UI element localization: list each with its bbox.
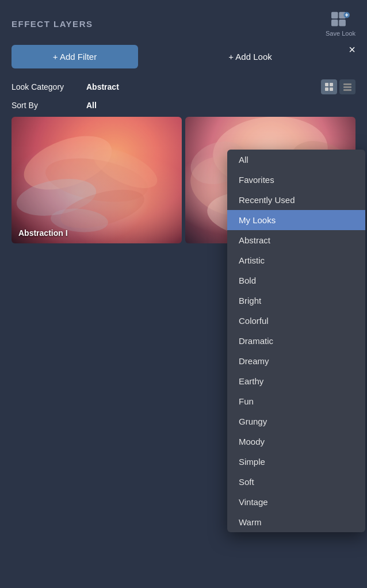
save-look-label: Save Look xyxy=(326,30,355,37)
sort-by-label: Sort By xyxy=(12,101,86,110)
svg-rect-12 xyxy=(343,86,351,88)
toolbar: + Add Filter + Add Look × xyxy=(0,45,367,78)
dropdown-item-bright[interactable]: Bright xyxy=(227,291,365,311)
dropdown-item-simple[interactable]: Simple xyxy=(227,452,365,472)
controls-row2: Sort By All xyxy=(0,98,367,117)
dropdown-item-soft[interactable]: Soft xyxy=(227,472,365,492)
dropdown-item-earthy[interactable]: Earthy xyxy=(227,371,365,391)
save-look-icon xyxy=(330,10,351,29)
look-category-label: Look Category xyxy=(12,82,86,91)
svg-rect-9 xyxy=(325,87,328,91)
svg-rect-10 xyxy=(330,87,333,91)
svg-rect-8 xyxy=(330,83,333,86)
dropdown-item-my-looks[interactable]: My Looks xyxy=(227,210,365,230)
dropdown-item-recently-used[interactable]: Recently Used xyxy=(227,190,365,210)
dropdown-item-grungy[interactable]: Grungy xyxy=(227,411,365,432)
dropdown-item-colorful[interactable]: Colorful xyxy=(227,311,365,331)
save-look-button[interactable]: Save Look xyxy=(326,10,355,37)
add-filter-button[interactable]: + Add Filter xyxy=(12,45,138,68)
controls-row: Look Category Abstract xyxy=(0,78,367,98)
svg-rect-11 xyxy=(343,83,351,85)
sort-by-value[interactable]: All xyxy=(86,101,97,110)
dropdown-menu: AllFavoritesRecently UsedMy LooksAbstrac… xyxy=(227,150,365,532)
close-button[interactable]: × xyxy=(349,44,355,55)
dropdown-item-dramatic[interactable]: Dramatic xyxy=(227,331,365,351)
dropdown-item-abstract[interactable]: Abstract xyxy=(227,230,365,250)
image-label-flamingo: Abstraction I xyxy=(18,228,68,238)
svg-rect-0 xyxy=(331,12,338,19)
dropdown-item-favorites[interactable]: Favorites xyxy=(227,170,365,190)
header: EFFECT LAYERS Save Look xyxy=(0,0,367,45)
grid-view-button[interactable] xyxy=(321,79,337,94)
dropdown-item-all[interactable]: All xyxy=(227,150,365,170)
page-title: EFFECT LAYERS xyxy=(12,19,93,29)
dropdown-item-fun[interactable]: Fun xyxy=(227,391,365,411)
flamingo-bg-image xyxy=(12,117,182,243)
dropdown-item-dreamy[interactable]: Dreamy xyxy=(227,351,365,371)
dropdown-item-artistic[interactable]: Artistic xyxy=(227,250,365,270)
look-category-value[interactable]: Abstract xyxy=(86,82,119,91)
image-item-flamingo[interactable]: Abstraction I xyxy=(12,117,182,243)
view-controls xyxy=(321,79,355,94)
svg-rect-2 xyxy=(331,20,338,26)
svg-rect-13 xyxy=(343,89,351,91)
dropdown-item-moody[interactable]: Moody xyxy=(227,432,365,452)
dropdown-item-vintage[interactable]: Vintage xyxy=(227,492,365,512)
dropdown-item-warm[interactable]: Warm xyxy=(227,512,365,532)
dropdown-item-bold[interactable]: Bold xyxy=(227,270,365,291)
add-look-button[interactable]: + Add Look xyxy=(145,52,355,62)
svg-rect-3 xyxy=(339,20,346,26)
svg-rect-7 xyxy=(325,83,328,86)
list-view-button[interactable] xyxy=(339,79,355,94)
